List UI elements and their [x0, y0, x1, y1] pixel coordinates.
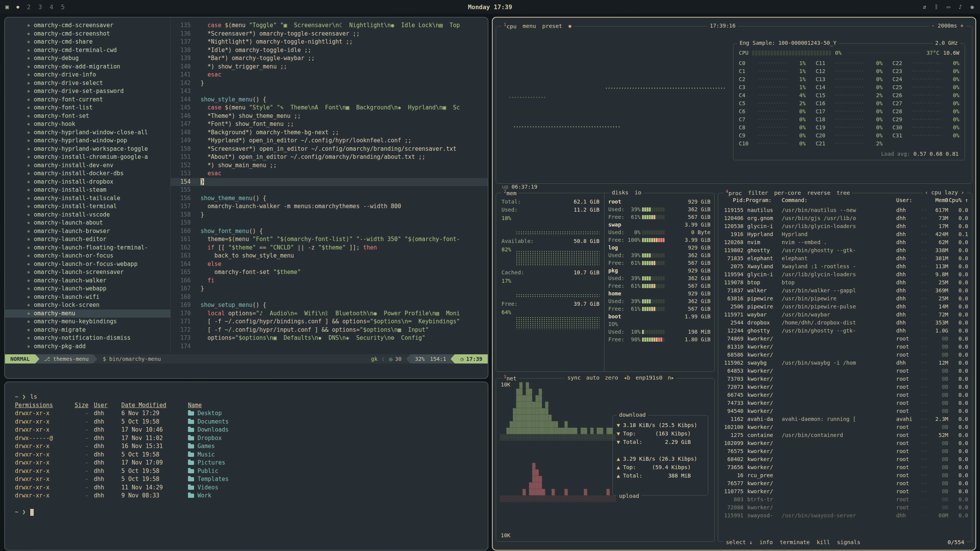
tree-item[interactable]: ✱omarchy-launch-or-focus [5, 252, 170, 260]
signals-button[interactable]: signals [837, 539, 860, 545]
table-row[interactable]: 115962swaybg/usr/bin/swaybg -i /homdhh··… [718, 359, 972, 367]
table-row[interactable]: 68586kworker/root··0B0.0 [718, 351, 972, 359]
tree-item[interactable]: ✱omarchy-launch-webapp [5, 285, 170, 293]
table-row[interactable]: 64853kworker/root··0B0.0 [718, 367, 972, 375]
tree-item[interactable]: ✱omarchy-install-steam [5, 186, 170, 194]
tree-item[interactable]: ✱omarchy-install-dev-env [5, 161, 170, 170]
arrows-icon[interactable]: ⇵ [923, 3, 926, 10]
tree-item[interactable]: ✱omarchy-launch-floating-terminal- [5, 244, 170, 252]
menu-button[interactable]: menu [523, 23, 536, 29]
tree-item[interactable]: ✱omarchy-launch-browser [5, 227, 170, 236]
tree-item[interactable]: ✱omarchy-launch-wifi [5, 293, 170, 302]
table-row[interactable]: 68402kworker/root··0B0.0 [718, 455, 972, 463]
select-button[interactable]: select ↓ [726, 539, 753, 545]
reverse-button[interactable]: reverse [807, 190, 830, 196]
table-row[interactable]: 115971waybar/usr/bin/waybardhh··72M0.0 [718, 311, 972, 319]
tree-item[interactable]: ✱omarchy-drive-set-password [5, 87, 170, 96]
table-row[interactable]: 81310kworker/root··0B0.0 [718, 343, 972, 351]
prompt-line[interactable]: ~ ❯ [15, 508, 478, 517]
table-row[interactable]: 63816pipewire/usr/bin/pipewiredhh··25M0.… [718, 295, 972, 303]
table-row[interactable]: 102099kworker/root··0B0.0 [718, 439, 972, 447]
table-row[interactable]: 72073kworker/root··0B0.0 [718, 383, 972, 391]
tree-item[interactable]: ✱omarchy-menu-keybindings [5, 318, 170, 326]
tree-item[interactable]: ✱omarchy-drive-info [5, 71, 170, 79]
tree-item[interactable]: ✱omarchy-install-vscode [5, 211, 170, 219]
tree-item[interactable]: ✱omarchy-notification-dismiss [5, 334, 170, 342]
table-row[interactable]: 66745kworker/root··0B0.0 [718, 391, 972, 399]
terminate-button[interactable]: terminate [780, 539, 810, 545]
table-row[interactable]: 74733kworker/root··0B0.0 [718, 399, 972, 407]
tree-item[interactable]: ✱omarchy-launch-screensaver [5, 268, 170, 277]
power-icon[interactable]: ◉ [970, 3, 974, 10]
io-toggle-button[interactable]: io [635, 189, 641, 196]
table-row[interactable]: 12244ghostty/usr/bin/ghostty --gtk-dhh··… [718, 327, 972, 335]
update-interval[interactable]: - 2000ms + [929, 23, 966, 29]
tree-item[interactable]: ✱omarchy-hyprland-window-pop [5, 137, 170, 145]
process-table[interactable]: 119155nautilus/usr/bin/nautilus --newdhh… [718, 206, 972, 531]
tree-item[interactable]: ✱omarchy-launch-walker [5, 277, 170, 285]
preset-button[interactable]: preset [542, 23, 562, 29]
tree-item[interactable]: ✱omarchy-install-terminal [5, 202, 170, 211]
iface-next-button[interactable]: n▸ [668, 375, 674, 381]
tree-item[interactable]: ✱omarchy-launch-editor [5, 235, 170, 244]
table-row[interactable]: 119078btopbtopdhh··25M0.0 [718, 279, 972, 287]
tree-item[interactable]: ✱omarchy-cmd-share [5, 38, 170, 46]
tree-item[interactable]: ✱omarchy-install-chromium-google-a [5, 153, 170, 161]
table-row[interactable]: 1162avahi-daavahi-daemon: running [avahi… [718, 415, 972, 423]
table-row[interactable]: 16rcu_preeroot··0B0.0 [718, 471, 972, 479]
column-header[interactable]: Pid: [722, 197, 746, 205]
column-header[interactable] [918, 197, 927, 205]
tree-item[interactable]: ✱omarchy-debug [5, 54, 170, 63]
bluetooth-icon[interactable]: ᛒ [935, 3, 938, 10]
tree-button[interactable]: tree [836, 190, 850, 196]
tree-item[interactable]: ✱omarchy-lock-screen [5, 301, 170, 310]
tree-item[interactable]: ✱omarchy-hook [5, 120, 170, 129]
tree-item[interactable]: ✱omarchy-install-dropbox [5, 178, 170, 186]
table-row[interactable]: 110775kworker/root··0B0.0 [718, 487, 972, 496]
tree-item[interactable]: ✱omarchy-cmd-screensaver [5, 21, 170, 30]
iface-prev-button[interactable]: ◂b [624, 375, 630, 381]
tree-item[interactable]: ✱omarchy-install-tailscale [5, 194, 170, 203]
tree-item[interactable]: ✱omarchy-cmd-screenshot [5, 30, 170, 38]
table-row[interactable]: 119155nautilus/usr/bin/nautilus --newdhh… [718, 206, 972, 214]
battery-icon[interactable]: ▭ [947, 3, 950, 10]
table-row[interactable]: 102100kworker/root··0B0.0 [718, 423, 972, 431]
per-core-button[interactable]: per-core [774, 190, 801, 196]
table-row[interactable]: 76577kworker/root··0B0.0 [718, 479, 972, 487]
column-header[interactable]: User: [896, 197, 918, 205]
volume-icon[interactable]: ♪ [959, 3, 962, 10]
table-row[interactable]: 2544dropbox/home/dhh/.dropbox-distdhh··3… [718, 319, 972, 327]
table-row[interactable]: 120406org.gnom/usr/bin/gjs /usr/lib/odhh… [718, 214, 972, 222]
table-row[interactable]: 803btrfs-trroot··0B0.0 [718, 496, 972, 504]
btop-window[interactable]: 1cpu menu preset ✱ 17:39:16 - 2000ms + E… [493, 18, 975, 550]
tree-item[interactable]: ✱omarchy-hyprland-window-close-all [5, 129, 170, 137]
table-row[interactable]: 94540kworker/root··0B0.0 [718, 407, 972, 415]
table-row[interactable]: 73703kworker/root··0B0.0 [718, 375, 972, 383]
table-row[interactable]: 71835elephantelephantdhh··381M0.0 [718, 254, 972, 262]
table-row[interactable]: 119594glycin-i/usr/lib/glycin-loadersdhh… [718, 271, 972, 279]
tree-item[interactable]: ✱omarchy-font-set [5, 112, 170, 121]
tree-item[interactable]: ✱omarchy-pkg-add [5, 342, 170, 351]
table-row[interactable]: 72088kworker/root··0B0.0 [718, 504, 972, 512]
terminal-window[interactable]: ~ ❯ ls PermissionsSizeUserDate ModifiedN… [5, 382, 488, 550]
column-header[interactable]: MemB [927, 197, 948, 205]
table-row[interactable]: 1275containe/usr/bin/containerdroot··52M… [718, 431, 972, 439]
table-row[interactable]: 76575kworker/root··0B0.0 [718, 447, 972, 455]
tree-item[interactable]: ✱omarchy-launch-about [5, 219, 170, 227]
kill-button[interactable]: kill [817, 539, 830, 545]
table-row[interactable]: 74869kworker/root··0B0.0 [718, 335, 972, 343]
sort-next-button[interactable]: › [961, 189, 964, 196]
tree-item[interactable]: ✱omarchy-launch-or-focus-webapp [5, 260, 170, 269]
sort-prev-button[interactable]: ‹ [925, 189, 928, 196]
column-header[interactable]: Cpu% ↑ [948, 197, 968, 205]
tree-item[interactable]: ✱omarchy-dev-add-migration [5, 63, 170, 71]
tree-item[interactable]: ✱omarchy-menu [5, 310, 170, 318]
column-header[interactable]: Command: [782, 197, 896, 205]
table-row[interactable]: 2075XwaylandXwayland :1 -rootless -dhh··… [718, 262, 972, 271]
tree-item[interactable]: ✱omarchy-drive-select [5, 79, 170, 88]
table-row[interactable]: 120538glycin-i/usr/lib/glycin-loadersdhh… [718, 222, 972, 230]
tree-item[interactable]: ✱omarchy-font-list [5, 104, 170, 112]
system-tray[interactable]: ⇵ᛒ▭♪◉ [923, 3, 980, 10]
info-button[interactable]: info [760, 539, 773, 545]
file-tree[interactable]: ✱omarchy-cmd-screensaver✱omarchy-cmd-scr… [5, 18, 171, 354]
